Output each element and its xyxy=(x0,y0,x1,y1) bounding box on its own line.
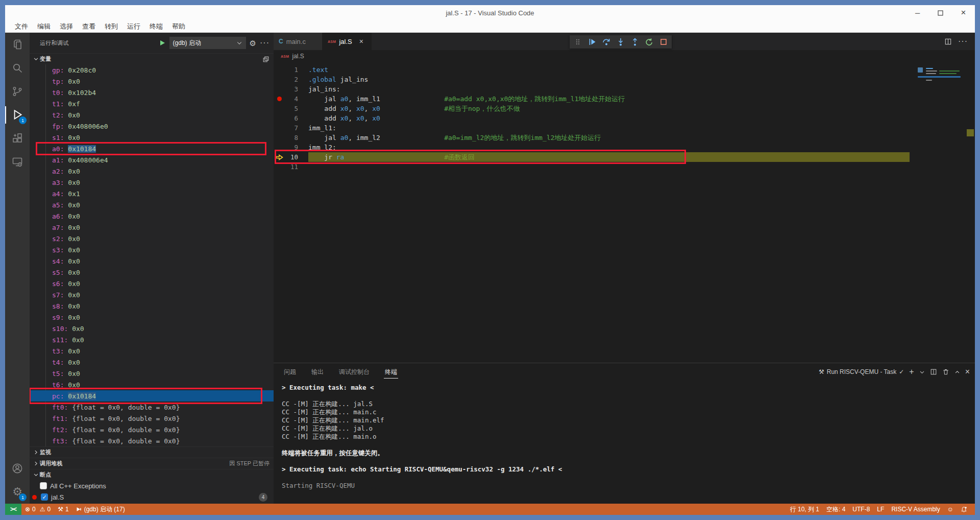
register-row-s10[interactable]: s10: 0x0 xyxy=(30,323,274,334)
menu-item[interactable]: 帮助 xyxy=(167,21,190,32)
register-row-tp[interactable]: tp: 0x0 xyxy=(30,76,274,87)
settings-gear-icon[interactable]: ⚙1 xyxy=(5,480,30,504)
register-row-t2[interactable]: t2: 0x0 xyxy=(30,109,274,121)
register-row-a4[interactable]: a4: 0x1 xyxy=(30,188,274,199)
panel-tab-问题[interactable]: 问题 xyxy=(283,365,297,380)
debug-settings-gear-icon[interactable]: ⚙ xyxy=(250,39,256,47)
tab-jal.S[interactable]: ASMjal.S× xyxy=(323,33,372,50)
gutter[interactable] xyxy=(274,104,285,113)
stop-button[interactable] xyxy=(657,36,670,48)
register-row-s4[interactable]: s4: 0x0 xyxy=(30,255,274,267)
menu-item[interactable]: 终端 xyxy=(145,21,167,32)
register-row-ft1[interactable]: ft1: {float = 0x0, double = 0x0} xyxy=(30,413,274,424)
close-icon[interactable]: × xyxy=(952,5,975,20)
register-row-s7[interactable]: s7: 0x0 xyxy=(30,289,274,300)
status-item[interactable]: UTF-8 xyxy=(849,504,873,515)
register-row-fp[interactable]: fp: 0x408006e0 xyxy=(30,121,274,132)
panel-tab-终端[interactable]: 终端 xyxy=(384,365,398,380)
step-out-button[interactable] xyxy=(629,36,641,48)
gutter[interactable] xyxy=(274,152,285,162)
register-row-ft3[interactable]: ft3: {float = 0x0, double = 0x0} xyxy=(30,435,274,446)
checkbox[interactable] xyxy=(40,482,47,489)
terminal-task-label[interactable]: ⚒ Run RISCV-QEMU - Task ✓ xyxy=(819,368,904,375)
editor-more-actions-icon[interactable]: ··· xyxy=(958,37,968,46)
register-row-t3[interactable]: t3: 0x0 xyxy=(30,345,274,357)
step-over-button[interactable] xyxy=(600,36,612,48)
register-row-s3[interactable]: s3: 0x0 xyxy=(30,244,274,255)
register-row-t4[interactable]: t4: 0x0 xyxy=(30,357,274,368)
trash-icon[interactable] xyxy=(942,368,949,375)
gutter[interactable] xyxy=(274,84,285,94)
status-item[interactable]: RISC-V Assembly xyxy=(888,504,943,515)
explorer-icon[interactable] xyxy=(5,33,30,56)
menu-item[interactable]: 转到 xyxy=(100,21,122,32)
callstack-section-header[interactable]: 调用堆栈 因 STEP 已暂停 xyxy=(30,458,274,469)
panel-tab-输出[interactable]: 输出 xyxy=(310,365,325,380)
register-row-s5[interactable]: s5: 0x0 xyxy=(30,267,274,278)
new-terminal-icon[interactable]: + xyxy=(909,367,914,376)
search-icon[interactable] xyxy=(5,56,30,80)
register-row-s2[interactable]: s2: 0x0 xyxy=(30,233,274,244)
step-into-button[interactable] xyxy=(615,36,627,48)
register-row-t0[interactable]: t0: 0x102b4 xyxy=(30,87,274,98)
notifications-bell-icon[interactable] xyxy=(957,504,971,515)
menu-item[interactable]: 编辑 xyxy=(33,21,55,32)
breakpoints-section-header[interactable]: 断点 xyxy=(30,469,274,480)
minimize-icon[interactable]: ─ xyxy=(906,5,929,20)
remote-indicator[interactable]: >< xyxy=(5,504,21,515)
status-item[interactable]: 空格: 4 xyxy=(823,504,849,515)
breakpoint-gutter[interactable] xyxy=(274,94,285,104)
register-row-s8[interactable]: s8: 0x0 xyxy=(30,300,274,312)
status-item[interactable]: 行 10, 列 1 xyxy=(787,504,823,515)
gutter[interactable] xyxy=(274,162,285,172)
debug-start-icon[interactable] xyxy=(159,39,166,46)
register-row-s11[interactable]: s11: 0x0 xyxy=(30,334,274,345)
copy-value-icon[interactable] xyxy=(262,56,270,63)
register-row-a2[interactable]: a2: 0x0 xyxy=(30,166,274,177)
extensions-icon[interactable] xyxy=(5,127,30,150)
menu-item[interactable]: 运行 xyxy=(122,21,145,32)
register-row-s6[interactable]: s6: 0x0 xyxy=(30,278,274,289)
register-row-a1[interactable]: a1: 0x408006e4 xyxy=(30,154,274,166)
gutter[interactable] xyxy=(274,123,285,133)
tab-main.c[interactable]: Cmain.c xyxy=(274,33,323,50)
register-row-ft0[interactable]: ft0: {float = 0x0, double = 0x0} xyxy=(30,401,274,413)
register-row-gp[interactable]: gp: 0x208c0 xyxy=(30,64,274,76)
problems-status[interactable]: ⊗0 ⚠0 xyxy=(21,504,54,515)
ports-status[interactable]: ⚒1 xyxy=(54,504,72,515)
register-row-s9[interactable]: s9: 0x0 xyxy=(30,312,274,323)
register-row-s1[interactable]: s1: 0x0 xyxy=(30,132,274,143)
restart-button[interactable] xyxy=(643,36,655,48)
gutter[interactable] xyxy=(274,113,285,123)
register-row-a0[interactable]: a0: 0x10184 xyxy=(30,143,274,154)
register-row-a3[interactable]: a3: 0x0 xyxy=(30,177,274,188)
terminal-dropdown-icon[interactable] xyxy=(919,369,925,375)
register-row-t6[interactable]: t6: 0x0 xyxy=(30,379,274,390)
register-row-ft2[interactable]: ft2: {float = 0x0, double = 0x0} xyxy=(30,424,274,435)
register-row-a7[interactable]: a7: 0x0 xyxy=(30,222,274,233)
drag-handle-icon[interactable] xyxy=(572,36,584,48)
breakpoint-item[interactable]: ✓jal.S4 xyxy=(30,491,274,503)
run-debug-icon[interactable]: 1 xyxy=(5,103,30,127)
gutter[interactable] xyxy=(274,143,285,152)
more-actions-icon[interactable]: ··· xyxy=(260,38,270,48)
maximize-panel-icon[interactable] xyxy=(954,369,960,375)
debug-session-status[interactable]: (gdb) 启动 (17) xyxy=(72,504,129,515)
close-panel-icon[interactable]: × xyxy=(965,367,970,376)
watch-section-header[interactable]: 监视 xyxy=(30,446,274,458)
register-row-a6[interactable]: a6: 0x0 xyxy=(30,210,274,222)
status-item[interactable]: LF xyxy=(873,504,888,515)
menu-item[interactable]: 查看 xyxy=(78,21,100,32)
register-row-t1[interactable]: t1: 0xf xyxy=(30,98,274,109)
gutter[interactable] xyxy=(274,75,285,84)
breadcrumb[interactable]: ASM jal.S xyxy=(274,50,975,62)
split-editor-icon[interactable] xyxy=(944,38,952,45)
continue-button[interactable] xyxy=(586,36,598,48)
checkbox[interactable]: ✓ xyxy=(41,493,48,501)
split-terminal-icon[interactable] xyxy=(930,368,937,375)
launch-config-select[interactable]: (gdb) 启动 xyxy=(169,37,246,49)
gutter[interactable] xyxy=(274,133,285,143)
panel-tab-调试控制台[interactable]: 调试控制台 xyxy=(338,365,371,380)
menu-item[interactable]: 文件 xyxy=(10,21,33,32)
feedback-icon[interactable]: ☺ xyxy=(944,504,957,515)
